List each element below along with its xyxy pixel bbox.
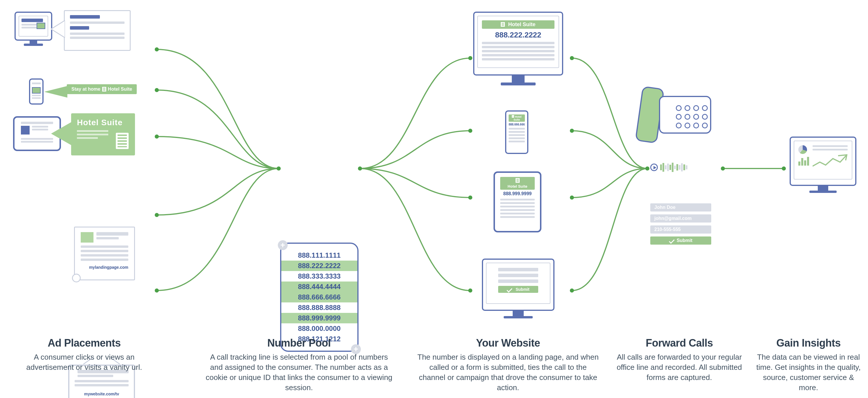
- ad-print: mylandingpage.com: [74, 227, 135, 280]
- website-phone: Hotel Suite 888.666.666: [505, 110, 528, 154]
- tv-url: mywebsite.com/tv: [74, 392, 129, 396]
- form-name: John Doe: [650, 203, 711, 211]
- pie-chart-icon: [798, 145, 807, 154]
- pool-number-7: 888.000.0000: [281, 323, 358, 334]
- keypad-icon: [676, 105, 708, 129]
- pool-number-5: 888.888.8888: [281, 303, 358, 313]
- svg-point-1: [155, 88, 159, 92]
- pool-number-4: 888.666.6666: [281, 292, 358, 303]
- pool-number-2: 888.333.3333: [281, 271, 358, 282]
- col1-body: A consumer clicks or views an advertisem…: [13, 352, 155, 372]
- col1-title: Ad Placements: [13, 337, 155, 349]
- website-tablet-number: 888.999.9999: [500, 191, 535, 196]
- svg-point-10: [468, 288, 472, 292]
- pool-number-3: 888.444.4444: [281, 282, 358, 292]
- svg-point-8: [468, 129, 472, 133]
- svg-point-9: [468, 196, 472, 200]
- col2-title: Number Pool: [205, 337, 393, 349]
- svg-point-13: [570, 196, 574, 200]
- svg-point-12: [570, 129, 574, 133]
- form-email: john@gmail.com: [650, 215, 711, 223]
- col4-title: Forward Calls: [613, 337, 746, 349]
- svg-marker-19: [44, 86, 67, 97]
- ad-mobile-callout: Stay at home Hotel Suite: [67, 84, 137, 94]
- website-desktop: Hotel Suite 888.222.2222: [473, 11, 563, 76]
- caption-ad-placements: Ad Placements A consumer clicks or views…: [13, 337, 155, 372]
- col2-body: A call tracking line is selected from a …: [205, 352, 393, 393]
- svg-point-2: [155, 135, 159, 139]
- col5-body: The data can be viewed in real time. Get…: [755, 352, 862, 393]
- form-phone: 210-555-555: [650, 225, 711, 233]
- audio-waveform: [650, 163, 687, 172]
- svg-point-15: [645, 167, 649, 171]
- svg-point-4: [155, 288, 159, 292]
- lp-url: mylandingpage.com: [81, 265, 128, 269]
- svg-point-16: [721, 167, 725, 171]
- building-icon: [102, 87, 106, 91]
- insights-monitor: [789, 137, 857, 186]
- svg-point-17: [782, 167, 786, 171]
- caption-gain-insights: Gain Insights The data can be viewed in …: [755, 337, 862, 393]
- pool-number-6: 888.999.9999: [281, 313, 358, 323]
- check-icon: [669, 238, 675, 244]
- website-tablet: Hotel Suite 888.999.9999: [494, 171, 541, 232]
- pool-number-0: 888.111.1111: [281, 250, 358, 261]
- building-icon: [116, 133, 129, 149]
- play-icon: [650, 164, 658, 171]
- trend-chart-icon: [812, 153, 847, 170]
- pool-number-1: 888.222.2222: [281, 261, 358, 271]
- col3-title: Your Website: [415, 337, 601, 349]
- svg-point-14: [570, 288, 574, 292]
- svg-marker-20: [51, 122, 71, 145]
- mobile-ad-brand: Hotel Suite: [108, 87, 132, 92]
- building-icon: [512, 115, 514, 118]
- number-pool: + 888.111.1111 888.222.2222 888.333.3333…: [280, 243, 359, 352]
- col3-body: The number is displayed on a landing pag…: [415, 352, 601, 393]
- svg-point-5: [277, 167, 281, 171]
- plus-icon: +: [278, 240, 288, 250]
- building-icon: [516, 178, 520, 183]
- ad-desktop: [14, 11, 52, 41]
- svg-point-3: [155, 213, 159, 217]
- svg-point-6: [358, 167, 362, 171]
- ad-mobile: [29, 79, 43, 105]
- captured-form: John Doe john@gmail.com 210-555-555 Subm…: [650, 203, 711, 245]
- caption-your-website: Your Website The number is displayed on …: [415, 337, 601, 393]
- form-submit: Submit: [650, 236, 711, 245]
- caption-number-pool: Number Pool A call tracking line is sele…: [205, 337, 393, 393]
- website-desktop-number: 888.222.2222: [482, 30, 555, 39]
- col4-body: All calls are forwarded to your regular …: [613, 352, 746, 382]
- website-brand: Hotel Suite: [508, 22, 536, 27]
- tablet-brand-title: Hotel Suite: [77, 118, 129, 127]
- mobile-ad-text: Stay at home: [71, 87, 100, 92]
- building-icon: [501, 22, 505, 27]
- col5-title: Gain Insights: [755, 337, 862, 349]
- website-tablet-brand: Hotel Suite: [500, 184, 535, 189]
- ad-desktop-callout: [64, 10, 131, 51]
- svg-point-7: [468, 56, 472, 60]
- website-form: Submit: [482, 259, 555, 311]
- website-form-submit: Submit: [516, 287, 529, 292]
- svg-point-0: [155, 47, 159, 51]
- svg-point-11: [570, 56, 574, 60]
- svg-marker-18: [51, 20, 65, 38]
- website-phone-brand: Hotel Suite: [514, 115, 522, 121]
- caption-forward-calls: Forward Calls All calls are forwarded to…: [613, 337, 746, 382]
- website-phone-number: 888.666.666: [508, 123, 525, 126]
- desk-phone: [659, 96, 711, 134]
- check-icon: [506, 287, 513, 292]
- ad-tablet-callout: Hotel Suite: [71, 113, 135, 155]
